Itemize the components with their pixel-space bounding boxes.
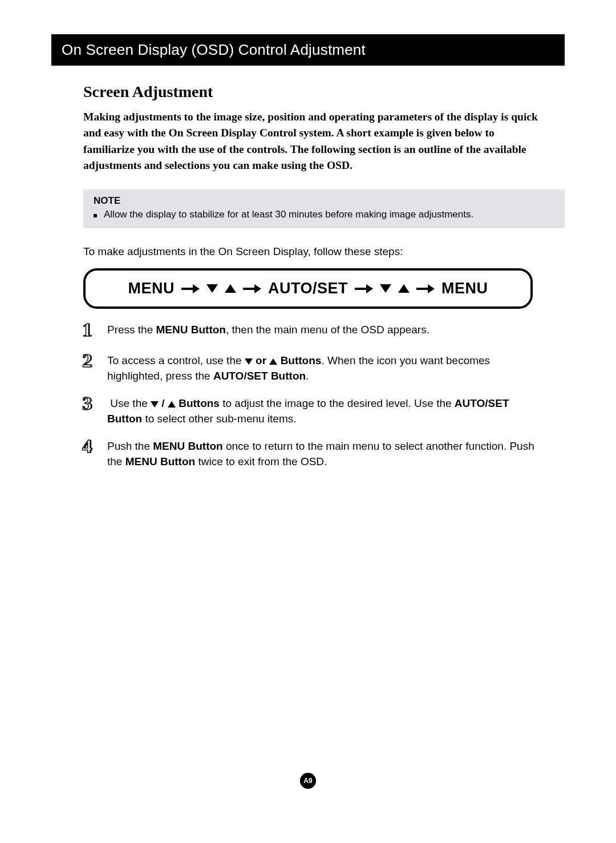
flow-label-menu-2: MENU: [441, 280, 488, 297]
page-header-title: On Screen Display (OSD) Control Adjustme…: [62, 41, 366, 58]
step-text: Press the MENU Button, then the main men…: [107, 321, 429, 338]
step-number: 1: [82, 320, 98, 340]
steps-lead-in: To make adjustments in the On Screen Dis…: [83, 245, 565, 258]
step-4: 4 Push the MENU Button once to return to…: [82, 438, 542, 469]
arrow-right-icon: [355, 285, 373, 293]
step-number: 2: [82, 351, 98, 370]
flow-autoset: AUTO/SET: [268, 280, 435, 297]
page-header: On Screen Display (OSD) Control Adjustme…: [51, 34, 565, 66]
section-title: Screen Adjustment: [83, 83, 565, 101]
arrow-right-icon: [181, 285, 200, 293]
button-flow-diagram: MENU AUTO/SET MENU: [83, 268, 533, 309]
note-box: NOTE Allow the display to stabilize for …: [83, 189, 565, 228]
triangle-up-icon: [225, 284, 236, 293]
step-number: 4: [82, 437, 98, 456]
steps-list: 1 Press the MENU Button, then the main m…: [82, 321, 565, 470]
manual-page: On Screen Display (OSD) Control Adjustme…: [0, 0, 616, 843]
page-number-badge: A9: [300, 773, 316, 789]
triangle-down-icon: [245, 358, 253, 365]
triangle-down-icon: [380, 284, 391, 293]
intro-paragraph: Making adjustments to the image size, po…: [83, 109, 565, 174]
flow-label-menu: MENU: [128, 280, 175, 297]
note-list: Allow the display to stabilize for at le…: [94, 209, 554, 220]
triangle-up-icon: [168, 401, 176, 408]
step-text: To access a control, use the or Buttons.…: [107, 352, 542, 384]
page-footer: A9: [0, 773, 616, 789]
flow-menu-1: MENU: [128, 280, 261, 297]
step-text: Use the / Buttons to adjust the image to…: [107, 395, 542, 426]
arrow-right-icon: [416, 285, 435, 293]
triangle-down-icon: [151, 401, 159, 408]
triangle-up-icon: [398, 284, 410, 293]
step-3: 3 Use the / Buttons to adjust the image …: [82, 395, 542, 426]
triangle-down-icon: [206, 284, 218, 293]
step-text: Push the MENU Button once to return to t…: [107, 438, 542, 469]
flow-label-autoset: AUTO/SET: [268, 280, 348, 297]
note-label: NOTE: [94, 195, 554, 207]
step-number: 3: [82, 394, 98, 413]
triangle-up-icon: [269, 358, 277, 365]
note-item: Allow the display to stabilize for at le…: [94, 209, 554, 220]
step-1: 1 Press the MENU Button, then the main m…: [82, 321, 542, 341]
arrow-right-icon: [243, 285, 261, 293]
step-2: 2 To access a control, use the or Button…: [82, 352, 542, 384]
